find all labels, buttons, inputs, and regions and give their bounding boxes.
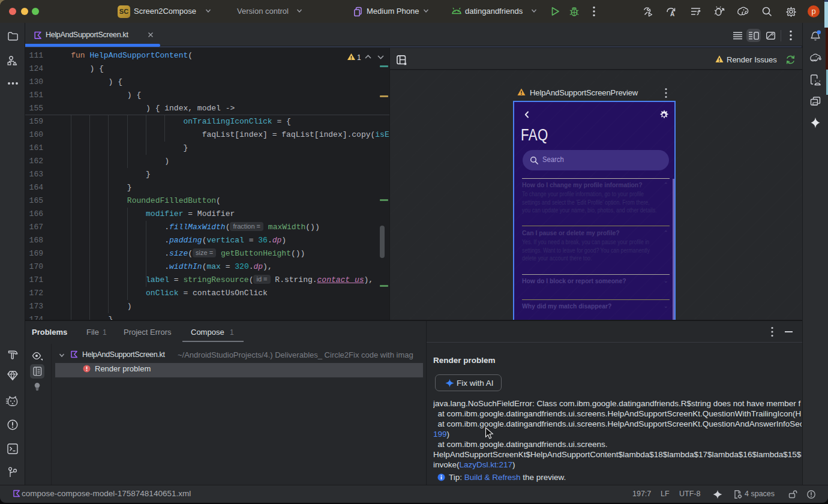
svg-text:1: 1 <box>357 53 361 62</box>
svg-text:A: A <box>670 11 674 17</box>
